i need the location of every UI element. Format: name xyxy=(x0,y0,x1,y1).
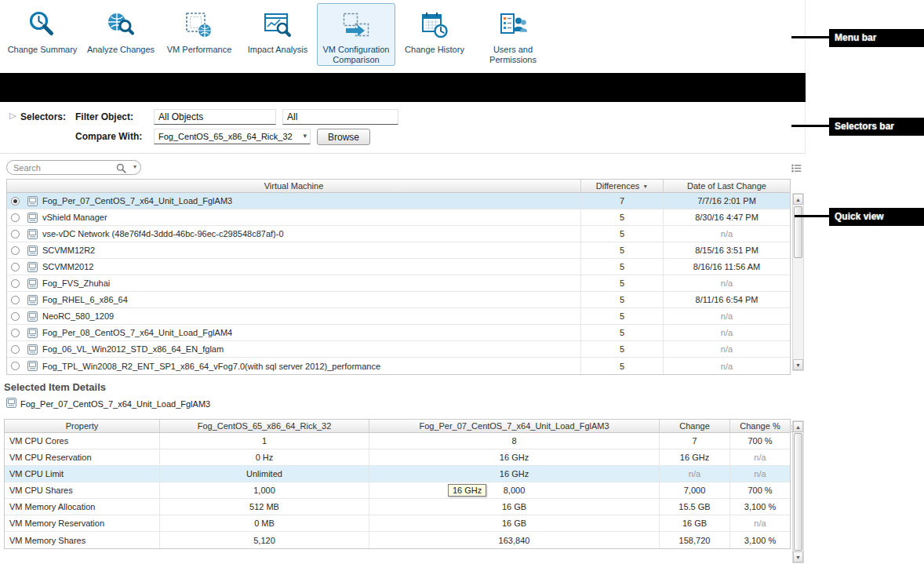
compare-with-dropdown[interactable]: Fog_CentOS_65_x86_64_Rick_32 ▾ xyxy=(154,129,311,144)
selectors-label: Selectors: xyxy=(20,111,66,122)
column-header-virtual-machine[interactable]: Virtual Machine xyxy=(7,180,581,192)
property-row[interactable]: VM CPU Cores187700 % xyxy=(5,433,790,449)
vm-row[interactable]: vse-vDC Network (48e76f4d-3ddd-46bc-96ec… xyxy=(7,226,790,242)
property-row[interactable]: VM CPU Reservation0 Hz16 GHz16 GHzn/a xyxy=(5,449,790,466)
row-radio-button[interactable] xyxy=(11,279,20,288)
scroll-down-icon[interactable]: ▼ xyxy=(793,551,803,562)
menu-item-label: Users and Permissions xyxy=(477,45,549,65)
scroll-down-icon[interactable]: ▼ xyxy=(793,359,803,370)
property-row[interactable]: VM CPU Shares1,0008,00016 GHz7,000700 % xyxy=(5,482,790,499)
change-cell: 7 xyxy=(660,433,730,449)
compared-value-cell: 16 GHz xyxy=(369,466,660,482)
vm-performance-icon xyxy=(184,8,215,42)
vm-name: vse-vDC Network (48e76f4d-3ddd-46bc-96ec… xyxy=(42,229,284,238)
vm-row[interactable]: Fog_FVS_Zhuhai5n/a xyxy=(7,275,790,292)
differences-cell: 5 xyxy=(581,226,664,242)
compared-value-cell: 163,840 xyxy=(369,532,660,548)
vm-row[interactable]: vShield Manager58/30/16 4:47 PM xyxy=(7,209,790,226)
vm-table: Virtual Machine Differences ▼ Date of La… xyxy=(6,179,791,375)
last-change-cell: 7/7/16 2:01 PM xyxy=(664,193,790,209)
menu-item-vm-configuration-comparison[interactable]: VM Configuration Comparison xyxy=(317,3,395,66)
column-header-change[interactable]: Change xyxy=(660,420,730,432)
filter-object-input[interactable] xyxy=(154,109,276,125)
virtual-machine-icon xyxy=(27,344,38,355)
column-header-property[interactable]: Property xyxy=(5,420,160,432)
vm-name: Fog_06_VL_Win2012_STD_x86_64_EN_fglam xyxy=(42,344,224,354)
browse-button[interactable]: Browse xyxy=(317,129,370,145)
vm-row[interactable]: Fog_TPL_Win2008_R2_ENT_SP1_x86_64_vFog7.… xyxy=(7,358,790,374)
menu-item-vm-performance[interactable]: VM Performance xyxy=(160,3,238,66)
property-row[interactable]: VM Memory Reservation0 MB16 GB16 GBn/a xyxy=(5,515,790,532)
menu-item-label: Analyze Changes xyxy=(87,45,155,55)
virtual-machine-icon xyxy=(27,311,38,322)
virtual-machine-icon xyxy=(27,295,38,305)
row-radio-button[interactable] xyxy=(11,345,20,354)
column-header-differences-label: Differences xyxy=(596,181,639,191)
menu-item-label: VM Configuration Comparison xyxy=(320,45,392,65)
vm-name: SCVMM12R2 xyxy=(42,246,95,255)
change-cell: 15.5 GB xyxy=(660,499,730,515)
callout-selectors-bar: Selectors bar xyxy=(829,118,924,136)
vm-row[interactable]: Fog_RHEL_6_x86_6458/11/16 6:54 PM xyxy=(7,292,790,308)
menu-item-change-summary[interactable]: Change Summary xyxy=(3,3,82,66)
search-icon[interactable] xyxy=(116,162,126,176)
vm-row[interactable]: NeoRC_580_12095n/a xyxy=(7,308,790,325)
scroll-up-icon[interactable]: ▲ xyxy=(793,194,803,205)
last-change-cell: n/a xyxy=(664,308,790,324)
differences-cell: 5 xyxy=(581,292,664,307)
differences-cell: 5 xyxy=(581,259,664,275)
change-percent-cell: n/a xyxy=(730,515,790,531)
compare-with-label: Compare With: xyxy=(75,131,142,142)
vm-row[interactable]: SCVMM201258/16/16 11:56 AM xyxy=(7,259,790,275)
vm-row[interactable]: SCVMM12R258/15/16 3:51 PM xyxy=(7,242,790,259)
property-row[interactable]: VM CPU LimitUnlimited16 GHzn/an/a xyxy=(5,466,790,482)
vm-name-cell: vShield Manager xyxy=(7,209,581,225)
row-radio-button[interactable] xyxy=(11,296,20,304)
column-header-baseline-vm[interactable]: Fog_CentOS_65_x86_64_Rick_32 xyxy=(160,420,369,432)
row-radio-button[interactable] xyxy=(11,213,20,222)
row-radio-button[interactable] xyxy=(11,197,20,206)
vm-name: Fog_Per_07_CentOS_7_x64_Unit_Load_FglAM3 xyxy=(42,196,232,206)
details-scrollbar-thumb[interactable] xyxy=(794,433,802,551)
menu-item-analyze-changes[interactable]: Analyze Changes xyxy=(82,3,160,66)
vm-row[interactable]: Fog_Per_08_CentOS_7_x64_Unit_Load_FglAM4… xyxy=(7,325,790,341)
filter-scope-input[interactable] xyxy=(282,109,398,125)
quick-view-scrollbar[interactable]: ▲ ▼ xyxy=(792,193,804,371)
last-change-cell: n/a xyxy=(664,226,790,242)
menu-item-change-history[interactable]: Change History xyxy=(395,3,474,66)
last-change-cell: 8/15/16 3:51 PM xyxy=(664,242,790,258)
property-row[interactable]: VM Memory Shares5,120163,840158,7203,100… xyxy=(5,532,790,548)
column-header-differences[interactable]: Differences ▼ xyxy=(581,180,664,192)
row-radio-button[interactable] xyxy=(11,329,20,337)
selectors-expander-icon[interactable]: ▷ xyxy=(9,111,16,121)
search-options-chevron-icon[interactable]: ▾ xyxy=(133,163,136,170)
vm-name: Fog_RHEL_6_x86_64 xyxy=(42,295,128,304)
differences-cell: 5 xyxy=(581,308,664,324)
vm-row[interactable]: Fog_06_VL_Win2012_STD_x86_64_EN_fglam5n/… xyxy=(7,341,790,358)
property-row[interactable]: VM Memory Allocation512 MB16 GB15.5 GB3,… xyxy=(5,499,790,515)
table-customizer-icon[interactable] xyxy=(791,162,802,176)
quick-view-scrollbar-thumb[interactable] xyxy=(794,206,802,258)
baseline-value-cell: 1,000 xyxy=(160,482,369,498)
menu-item-impact-analysis[interactable]: Impact Analysis xyxy=(238,3,317,66)
change-summary-icon xyxy=(27,8,58,42)
row-radio-button[interactable] xyxy=(11,246,20,255)
virtual-machine-icon xyxy=(27,278,38,289)
column-header-date-of-last-change[interactable]: Date of Last Change xyxy=(664,180,790,192)
row-radio-button[interactable] xyxy=(11,312,20,321)
differences-cell: 5 xyxy=(581,325,664,340)
row-radio-button[interactable] xyxy=(11,263,20,271)
column-header-change-percent[interactable]: Change % xyxy=(730,420,790,432)
row-radio-button[interactable] xyxy=(11,230,20,238)
vm-name-cell: SCVMM12R2 xyxy=(7,242,581,258)
menu-item-users-and-permissions[interactable]: Users and Permissions xyxy=(474,3,552,66)
analyze-changes-icon xyxy=(105,8,136,42)
details-scrollbar[interactable]: ▲ ▼ xyxy=(792,420,804,563)
scroll-up-icon[interactable]: ▲ xyxy=(793,421,803,432)
search-input[interactable] xyxy=(13,162,114,173)
column-header-compared-vm[interactable]: Fog_Per_07_CentOS_7_x64_Unit_Load_FglAM3 xyxy=(369,420,660,432)
change-cell: n/a xyxy=(660,466,730,482)
row-radio-button[interactable] xyxy=(11,362,20,370)
callout-line-menu-bar xyxy=(791,36,829,38)
vm-row[interactable]: Fog_Per_07_CentOS_7_x64_Unit_Load_FglAM3… xyxy=(7,193,790,209)
